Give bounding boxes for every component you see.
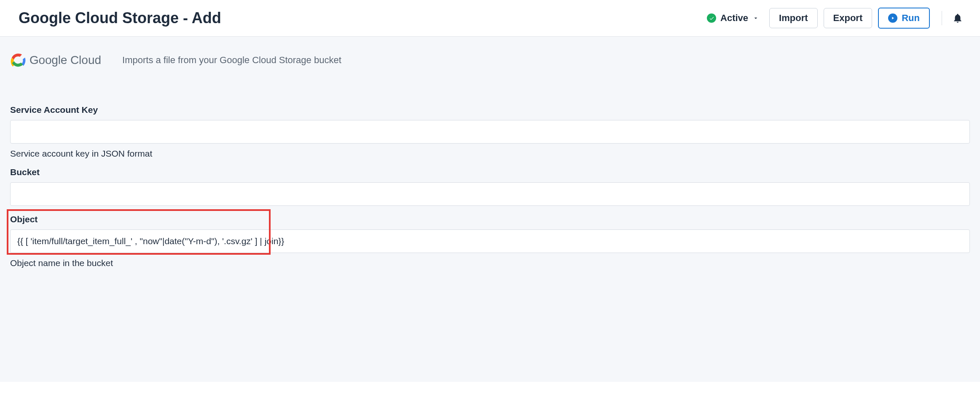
status-text: Active	[720, 13, 748, 24]
object-help: Object name in the bucket	[10, 258, 970, 268]
bucket-input[interactable]	[10, 182, 970, 206]
divider	[942, 11, 942, 25]
service-account-key-label: Service Account Key	[10, 105, 970, 115]
chevron-down-icon	[752, 15, 759, 21]
object-input[interactable]	[10, 229, 970, 253]
object-field: Object Object name in the bucket	[10, 214, 970, 268]
content-area: Google Cloud Imports a file from your Go…	[0, 37, 980, 382]
play-icon	[888, 13, 897, 23]
object-label: Object	[10, 214, 970, 224]
gcloud-mark-icon	[10, 53, 26, 67]
connector-header: Google Cloud Imports a file from your Go…	[10, 53, 970, 67]
run-button-label: Run	[902, 13, 920, 24]
connector-description: Imports a file from your Google Cloud St…	[122, 55, 341, 66]
status-check-icon	[707, 13, 716, 23]
bell-icon[interactable]	[952, 13, 963, 24]
status-dropdown[interactable]: Active	[707, 13, 759, 24]
service-account-key-field: Service Account Key Service account key …	[10, 105, 970, 159]
gcloud-wordmark: Google Cloud	[30, 53, 101, 67]
service-account-key-help: Service account key in JSON format	[10, 149, 970, 159]
export-button[interactable]: Export	[824, 8, 873, 28]
bucket-field: Bucket	[10, 167, 970, 206]
import-button[interactable]: Import	[769, 8, 817, 28]
page-title: Google Cloud Storage - Add	[19, 9, 221, 27]
header-actions: Active Import Export Run	[707, 8, 963, 29]
service-account-key-input[interactable]	[10, 120, 970, 144]
bucket-label: Bucket	[10, 167, 970, 177]
run-button[interactable]: Run	[878, 8, 930, 29]
google-cloud-logo: Google Cloud	[10, 53, 101, 67]
